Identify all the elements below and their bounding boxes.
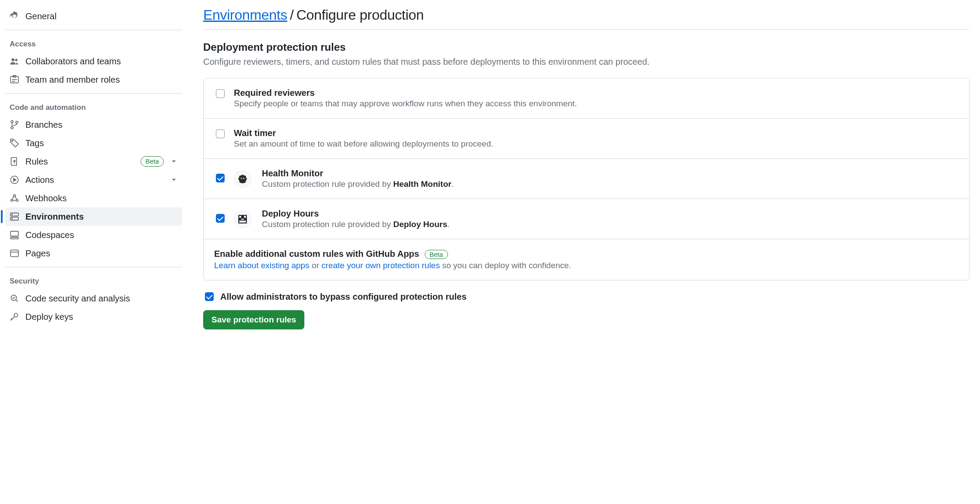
chevron-down-icon: [170, 158, 178, 165]
health-monitor-avatar: [234, 170, 251, 188]
create-own-rules-link[interactable]: create your own protection rules: [321, 261, 440, 270]
sidebar-item-collaborators[interactable]: Collaborators and teams: [5, 52, 182, 70]
sidebar-section-code: Code and automation: [5, 95, 182, 116]
sidebar-item-label: Deploy keys: [25, 312, 178, 322]
sidebar-item-pages[interactable]: Pages: [5, 244, 182, 262]
play-circle-icon: [10, 175, 19, 185]
sidebar-item-label: Tags: [25, 138, 178, 148]
webhook-icon: [10, 193, 19, 203]
required-reviewers-sub: Specify people or teams that may approve…: [234, 99, 959, 108]
svg-point-10: [11, 200, 13, 201]
svg-point-11: [16, 200, 18, 201]
sidebar-item-deploy-keys[interactable]: Deploy keys: [5, 308, 182, 326]
breadcrumb-environments-link[interactable]: Environments: [203, 7, 287, 23]
browser-icon: [10, 248, 19, 258]
sidebar-item-branches[interactable]: Branches: [5, 116, 182, 134]
deploy-hours-avatar: [234, 210, 251, 228]
sidebar-item-label: Rules: [25, 157, 134, 167]
svg-rect-28: [239, 220, 246, 222]
required-reviewers-checkbox[interactable]: [216, 89, 225, 98]
svg-rect-16: [11, 231, 18, 236]
save-protection-rules-button[interactable]: Save protection rules: [203, 310, 304, 329]
svg-rect-26: [244, 216, 246, 217]
svg-rect-18: [11, 250, 18, 256]
wait-timer-title: Wait timer: [234, 128, 959, 138]
app-rule-health-monitor: Health Monitor Custom protection rule pr…: [204, 159, 969, 199]
app-rule-title: Health Monitor: [262, 168, 959, 178]
svg-point-9: [14, 195, 15, 196]
sidebar-item-code-security[interactable]: Code security and analysis: [5, 289, 182, 308]
tag-icon: [10, 138, 19, 148]
git-branch-icon: [10, 120, 19, 130]
svg-point-14: [12, 214, 13, 215]
app-rule-sub: Custom protection rule provided by Deplo…: [262, 220, 959, 229]
chevron-down-icon: [170, 176, 178, 184]
deploy-hours-checkbox[interactable]: [216, 214, 225, 223]
sidebar-section-access: Access: [5, 32, 182, 52]
required-reviewers-title: Required reviewers: [234, 88, 959, 98]
protection-rules-description: Configure reviewers, timers, and custom …: [203, 55, 969, 68]
svg-point-23: [243, 178, 244, 179]
svg-point-21: [14, 313, 18, 317]
learn-existing-apps-link[interactable]: Learn about existing apps: [214, 261, 310, 270]
wait-timer-row: Wait timer Set an amount of time to wait…: [204, 119, 969, 159]
server-icon: [10, 212, 19, 221]
app-rule-deploy-hours: Deploy Hours Custom protection rule prov…: [204, 199, 969, 239]
custom-rules-footer-title: Enable additional custom rules with GitH…: [214, 249, 419, 259]
wait-timer-sub: Set an amount of time to wait before all…: [234, 139, 959, 149]
sidebar-item-label: Code security and analysis: [25, 294, 178, 304]
sidebar-item-webhooks[interactable]: Webhooks: [5, 189, 182, 207]
svg-rect-25: [239, 216, 241, 217]
beta-badge: Beta: [425, 250, 448, 259]
people-icon: [10, 56, 19, 66]
sidebar-item-label: Webhooks: [25, 193, 178, 203]
sidebar-item-tags[interactable]: Tags: [5, 134, 182, 152]
health-monitor-checkbox[interactable]: [216, 174, 225, 182]
custom-rules-footer-links: Learn about existing apps or create your…: [214, 261, 959, 270]
sidebar-item-label: Collaborators and teams: [25, 56, 178, 66]
protection-rules-card: Required reviewers Specify people or tea…: [203, 78, 969, 280]
main-content: Environments/Configure production Deploy…: [193, 7, 969, 329]
admin-bypass-label: Allow administrators to bypass configure…: [220, 292, 466, 302]
sidebar-item-label: Actions: [25, 175, 164, 185]
svg-rect-27: [241, 218, 244, 219]
sidebar-item-label: Team and member roles: [25, 75, 178, 85]
protection-rules-heading: Deployment protection rules: [203, 41, 969, 53]
breadcrumb-separator: /: [287, 7, 296, 23]
sidebar-item-rules[interactable]: Rules Beta: [5, 152, 182, 171]
key-icon: [10, 312, 19, 322]
beta-badge: Beta: [141, 156, 164, 167]
repo-push-icon: [10, 157, 19, 166]
page-title: Environments/Configure production: [203, 7, 969, 30]
sidebar-item-label: Branches: [25, 120, 178, 130]
sidebar-item-actions[interactable]: Actions: [5, 171, 182, 189]
svg-point-22: [241, 178, 242, 179]
gear-icon: [10, 11, 19, 21]
codespaces-icon: [10, 230, 19, 240]
svg-point-6: [16, 121, 18, 123]
svg-rect-17: [11, 238, 18, 239]
sidebar-item-general[interactable]: General: [5, 7, 182, 25]
code-scan-icon: [10, 294, 19, 303]
app-rule-title: Deploy Hours: [262, 209, 959, 219]
sidebar-item-label: Codespaces: [25, 230, 178, 240]
settings-sidebar: General Access Collaborators and teams T…: [5, 7, 193, 329]
svg-point-5: [11, 126, 13, 129]
sidebar-item-label: Pages: [25, 248, 178, 259]
sidebar-item-codespaces[interactable]: Codespaces: [5, 226, 182, 244]
sidebar-item-team-roles[interactable]: Team and member roles: [5, 70, 182, 89]
sidebar-item-environments[interactable]: Environments: [5, 207, 182, 226]
wait-timer-checkbox[interactable]: [216, 130, 225, 138]
svg-point-4: [11, 121, 13, 123]
svg-point-7: [12, 140, 13, 142]
required-reviewers-row: Required reviewers Specify people or tea…: [204, 78, 969, 119]
sidebar-item-label: Environments: [25, 212, 178, 222]
sidebar-item-label: General: [25, 11, 178, 21]
breadcrumb-current: Configure production: [296, 7, 424, 23]
id-badge-icon: [10, 75, 19, 84]
app-rule-sub: Custom protection rule provided by Healt…: [262, 179, 959, 189]
custom-rules-footer: Enable additional custom rules with GitH…: [204, 239, 969, 280]
svg-point-15: [12, 218, 13, 219]
admin-bypass-row: Allow administrators to bypass configure…: [203, 291, 969, 302]
admin-bypass-checkbox[interactable]: [205, 292, 214, 301]
